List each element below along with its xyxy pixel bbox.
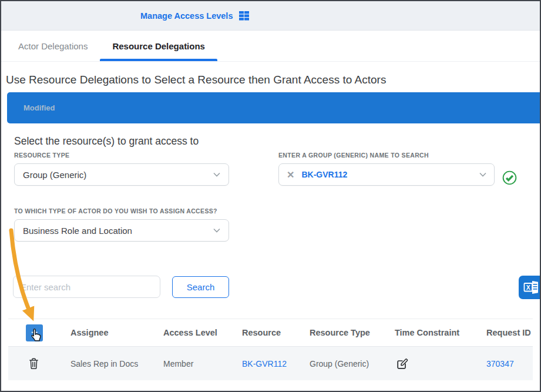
cell-resource-link[interactable]: BK-GVR112 <box>242 359 287 368</box>
clear-icon[interactable]: ✕ <box>287 169 294 180</box>
cell-access-level: Member <box>163 359 242 368</box>
page-instruction: Use Resource Delegations to Select a Res… <box>6 73 540 86</box>
chevron-down-icon <box>213 172 220 177</box>
delegations-table: + Assignee Access Level Resource Resourc… <box>8 319 533 380</box>
column-header-resource-type: Resource Type <box>310 328 395 337</box>
cell-request-id-link[interactable]: 370347 <box>486 359 514 368</box>
resource-type-select[interactable]: Group (Generic) <box>14 163 229 186</box>
section-title: Select the resource(s) to grant access t… <box>14 135 540 148</box>
table-row: Sales Rep in Docs Member BK-GVR112 Group… <box>8 347 533 380</box>
resource-selection-row: RESOURCE TYPE Group (Generic) ENTER A GR… <box>14 152 540 186</box>
search-input[interactable] <box>13 276 160 298</box>
tab-resource-delegations[interactable]: Resource Delegations <box>100 31 217 61</box>
tab-bar: Actor Delegations Resource Delegations <box>1 31 540 62</box>
status-banner-label: Modified <box>23 103 55 112</box>
top-bar: Manage Access Levels <box>1 1 540 31</box>
excel-export-icon[interactable]: X <box>519 276 541 299</box>
tab-actor-delegations-label: Actor Delegations <box>18 41 88 51</box>
actor-type-label: TO WHICH TYPE OF ACTOR DO YOU WISH TO AS… <box>14 207 229 215</box>
tab-resource-delegations-label: Resource Delegations <box>112 41 205 51</box>
add-delegation-button[interactable]: + <box>26 324 43 341</box>
column-header-time-constraint: Time Constraint <box>395 328 486 337</box>
tab-actor-delegations[interactable]: Actor Delegations <box>6 31 100 61</box>
actor-type-field: TO WHICH TYPE OF ACTOR DO YOU WISH TO AS… <box>14 207 229 242</box>
check-circle-icon <box>502 170 517 187</box>
manage-access-levels-label: Manage Access Levels <box>140 11 233 21</box>
edit-icon <box>396 358 409 370</box>
chevron-down-icon <box>213 228 220 233</box>
table-search-row: Search X <box>13 275 540 299</box>
column-header-access-level: Access Level <box>163 328 242 337</box>
group-search-combobox[interactable]: ✕ BK-GVR112 <box>278 163 495 186</box>
resource-type-value: Group (Generic) <box>23 170 86 180</box>
column-header-resource: Resource <box>242 328 310 337</box>
column-header-assignee: Assignee <box>70 328 163 337</box>
edit-time-constraint-button[interactable] <box>396 358 409 370</box>
manage-access-levels-link[interactable]: Manage Access Levels <box>140 11 249 21</box>
svg-text:X: X <box>526 284 530 291</box>
resource-type-label: RESOURCE TYPE <box>14 152 229 159</box>
chevron-down-icon <box>479 172 486 177</box>
trash-icon <box>28 357 39 370</box>
app-window: Manage Access Levels Actor Delegations R… <box>0 0 541 392</box>
column-header-request-id: Request ID <box>486 328 533 337</box>
cell-assignee: Sales Rep in Docs <box>70 359 163 368</box>
grid-icon <box>239 11 249 21</box>
status-banner: Modified <box>7 92 540 123</box>
group-search-label: ENTER A GROUP (GENERIC) NAME TO SEARCH <box>278 152 495 159</box>
actor-type-select[interactable]: Business Role and Location <box>14 219 229 242</box>
search-button[interactable]: Search <box>172 276 229 298</box>
group-search-value: BK-GVR112 <box>301 170 472 179</box>
table-header-row: + Assignee Access Level Resource Resourc… <box>8 319 533 347</box>
delete-row-button[interactable] <box>28 357 39 370</box>
cell-resource-type: Group (Generic) <box>310 359 395 368</box>
actor-type-value: Business Role and Location <box>23 226 132 236</box>
